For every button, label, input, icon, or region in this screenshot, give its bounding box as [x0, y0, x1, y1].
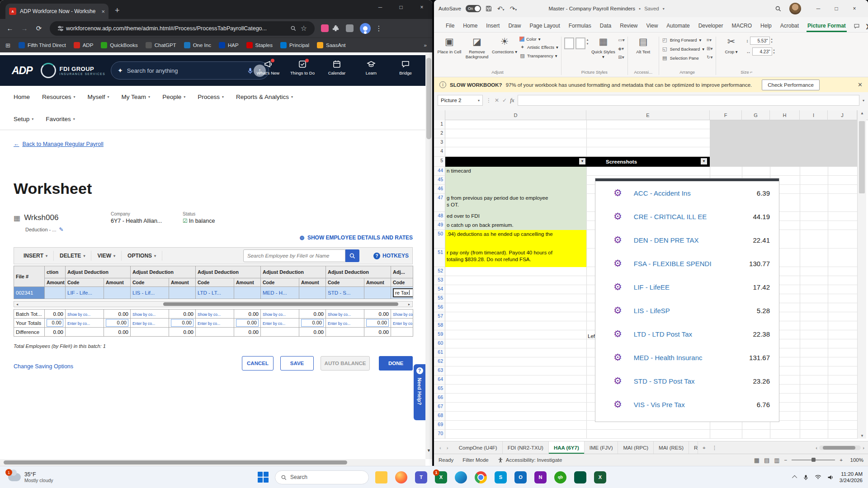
by-code-link[interactable]: Enter by co... — [328, 321, 350, 326]
bookmark-item[interactable]: SaasAnt — [317, 42, 345, 48]
cancel-button[interactable]: CANCEL — [242, 356, 274, 371]
nav-item[interactable]: Home — [14, 94, 30, 100]
total-input[interactable]: 0.00 — [236, 319, 259, 327]
bookmark-item[interactable]: QuickBooks — [101, 42, 137, 48]
select-all-corner[interactable] — [434, 110, 445, 120]
row-header-1[interactable]: 1 — [434, 120, 445, 129]
by-code-link[interactable]: Enter by co... — [198, 321, 220, 326]
row-header-63[interactable]: 63 — [434, 366, 445, 375]
extension-icon[interactable] — [321, 24, 329, 32]
ribbon-tab[interactable]: Picture Format — [807, 19, 847, 32]
picture-border-icon[interactable]: ▭▾ — [618, 38, 624, 42]
total-input[interactable]: 0.00 — [366, 319, 389, 327]
shape-width-field[interactable]: ↔4.23"▴▾ — [746, 47, 775, 56]
whats-new-button[interactable]: What's New — [256, 60, 280, 75]
calendar-button[interactable]: Calendar — [325, 60, 349, 75]
tab-scroll-left-icon[interactable]: ‹ — [816, 445, 817, 450]
quick-styles-button[interactable]: ▦Quick Styles ▾ — [590, 35, 616, 59]
screenshots-header-row[interactable]: ▾Screenshots▾ — [445, 157, 710, 167]
sheet-next-icon[interactable]: › — [447, 445, 448, 450]
crop-button[interactable]: ✂Crop ▾ — [719, 35, 744, 54]
search-icon[interactable] — [775, 5, 781, 12]
nav-item[interactable]: Myself▾ — [88, 94, 109, 100]
by-code-link[interactable]: Show by co... — [328, 312, 351, 317]
scroll-down-icon[interactable]: ▼ — [425, 448, 432, 453]
nav-item[interactable]: Reports & Analytics▾ — [236, 94, 293, 100]
row-header-70[interactable]: 70 — [434, 430, 445, 439]
bookmark-item[interactable]: Fifth Third Direct — [19, 42, 66, 48]
row-header-55[interactable]: 55 — [434, 294, 445, 303]
scrollbar-thumb[interactable] — [426, 58, 431, 139]
row-header-48[interactable]: 48 — [434, 212, 445, 221]
scroll-left-icon[interactable]: ◂ — [14, 302, 20, 306]
deduction-code-cell[interactable]: MED - H... — [261, 287, 299, 299]
row-header-60[interactable]: 60 — [434, 339, 445, 348]
autosave-toggle[interactable]: On — [466, 5, 481, 12]
sheet-tab[interactable]: FDI (NR2-TXU) — [503, 441, 549, 454]
bookmark-item[interactable]: ADP — [74, 42, 94, 48]
total-input[interactable]: 0.00 — [301, 319, 324, 327]
sheet-tab[interactable]: R — [689, 441, 698, 454]
ribbon-tab[interactable]: Developer — [698, 19, 724, 32]
sheet-tab[interactable]: HAA (6Y7) — [549, 441, 585, 454]
status-item[interactable]: Filter Mode — [462, 457, 489, 463]
zoom-in-icon[interactable]: + — [840, 457, 843, 463]
save-icon[interactable] — [486, 5, 492, 12]
column-header-G[interactable]: G — [742, 110, 770, 120]
row-header-45[interactable]: 45 — [434, 176, 445, 185]
row-header-51[interactable]: 51 — [434, 249, 445, 267]
filter-dropdown-icon[interactable]: ▾ — [579, 158, 585, 164]
total-input[interactable]: 0.00 — [106, 319, 128, 327]
send-backward-button[interactable]: ◱Send Backward ▾ — [662, 46, 704, 52]
ribbon-tab[interactable]: Page Layout — [528, 19, 561, 32]
undo-icon[interactable]: ↶▾ — [497, 5, 505, 12]
wifi-icon[interactable] — [815, 474, 821, 480]
by-code-link[interactable]: Show by co... — [67, 312, 90, 317]
alt-text-button[interactable]: ▤Alt Text — [631, 35, 656, 54]
toolbar-menu[interactable]: INSERT▾ — [18, 251, 54, 261]
document-title[interactable]: Master - Company Payroll Reminders — [548, 6, 635, 11]
artistic-effects-button[interactable]: ✦Artistic Effects ▾ — [519, 44, 558, 50]
by-code-link[interactable]: Enter by co... — [132, 321, 155, 326]
things-to-do-button[interactable]: Things to Do — [291, 60, 314, 75]
employee-search-input[interactable] — [243, 249, 345, 262]
zoom-slider[interactable] — [792, 460, 835, 460]
page-vertical-scrollbar[interactable]: ▼ — [425, 52, 432, 459]
change-saving-options-link[interactable]: Change Saving Options — [14, 363, 73, 370]
forward-icon[interactable]: → — [18, 24, 31, 32]
toolbar-menu[interactable]: DELETE▾ — [54, 251, 91, 261]
filter-dropdown-icon[interactable]: ▾ — [701, 158, 707, 164]
column-header-F[interactable]: F — [710, 110, 742, 120]
extensions-puzzle-icon[interactable] — [332, 25, 339, 32]
table-horizontal-scrollbar[interactable]: ◂▸ — [14, 301, 413, 307]
note-cell-46[interactable] — [445, 185, 586, 194]
nav-item[interactable]: People▾ — [162, 94, 185, 100]
tab-scroll-right-icon[interactable]: › — [863, 445, 864, 450]
note-cell-51[interactable]: r pay only (from timecard). Payout 40 ho… — [445, 249, 586, 267]
mic-tray-icon[interactable] — [803, 474, 809, 480]
row-header-68[interactable]: 68 — [434, 412, 445, 421]
scrollbar-thumb[interactable] — [859, 121, 865, 193]
by-code-link[interactable]: Show by co... — [198, 312, 221, 317]
taskbar-app-icon[interactable]: X — [594, 471, 606, 483]
note-cell-48[interactable]: ed over to FDI — [445, 212, 586, 221]
column-header-J[interactable]: J — [828, 110, 857, 120]
row-header-47[interactable]: 47 — [434, 194, 445, 212]
tab-scrollbar[interactable] — [819, 446, 861, 450]
row-header-46[interactable]: 46 — [434, 185, 445, 194]
row-header-61[interactable]: 61 — [434, 348, 445, 357]
bookmark-item[interactable]: Principal — [280, 42, 309, 48]
warning-close-icon[interactable]: ✕ — [858, 81, 863, 88]
profile-avatar[interactable] — [360, 23, 371, 34]
browser-menu-icon[interactable]: ⋮ — [373, 24, 385, 33]
total-input[interactable]: 0.00 — [171, 319, 193, 327]
by-code-link[interactable]: Enter by co... — [67, 321, 90, 326]
weather-widget[interactable]: 1 35°FMostly cloudy — [5, 466, 57, 488]
scrollbar-thumb[interactable] — [163, 302, 398, 306]
apps-grid-icon[interactable]: ⊞ — [5, 42, 11, 49]
row-header-58[interactable]: 58 — [434, 321, 445, 330]
sheet-tab[interactable]: MAI (RPC) — [618, 441, 654, 454]
color-button[interactable]: Color ▾ — [519, 37, 558, 42]
new-sheet-icon[interactable]: + — [703, 445, 706, 450]
taskbar-app-icon[interactable]: X1 — [435, 471, 447, 483]
